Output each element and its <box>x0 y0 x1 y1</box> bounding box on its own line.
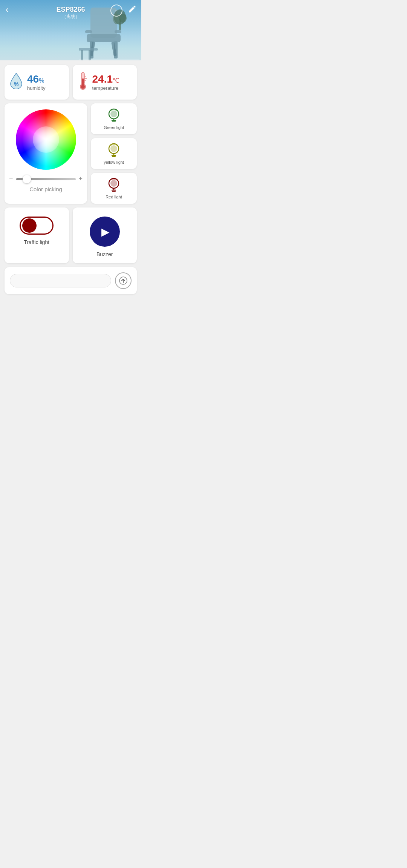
edit-icon <box>128 5 137 14</box>
temperature-icon <box>77 71 89 94</box>
lights-column: Green light yellow light <box>91 103 137 204</box>
brightness-track[interactable] <box>16 178 76 180</box>
color-wheel[interactable] <box>16 109 76 170</box>
humidity-drop-icon: % <box>9 72 23 89</box>
humidity-digits: 46 <box>27 73 39 85</box>
traffic-light-card: Traffic light <box>5 207 69 263</box>
green-light-label: Green light <box>104 125 124 130</box>
brightness-plus-button[interactable]: + <box>79 175 83 183</box>
text-input[interactable] <box>10 274 111 287</box>
humidity-unit: % <box>39 77 44 84</box>
red-light-label: Red light <box>106 195 122 199</box>
yellow-light-label: yellow light <box>104 160 124 164</box>
svg-point-19 <box>81 85 85 89</box>
green-light-icon <box>107 108 121 124</box>
svg-point-25 <box>110 111 117 117</box>
sensor-cards-row: % 46% humidity <box>5 65 137 100</box>
buzzer-label: Buzzer <box>96 251 113 257</box>
svg-rect-7 <box>115 30 121 33</box>
red-light-card[interactable]: Red light <box>91 173 137 204</box>
edit-button[interactable] <box>128 5 137 15</box>
humidity-card: % 46% humidity <box>5 65 69 100</box>
temp-unit: ℃ <box>113 77 119 84</box>
traffic-light-toggle[interactable] <box>20 217 54 235</box>
humidity-number: 46% <box>27 74 45 84</box>
svg-rect-13 <box>81 50 83 60</box>
color-picker-card: − + Color picking <box>5 103 87 204</box>
back-button[interactable]: ‹ <box>6 6 8 14</box>
color-wheel-center <box>33 126 59 153</box>
humidity-value-area: 46% humidity <box>27 74 45 91</box>
upload-button[interactable] <box>115 272 132 289</box>
yellow-light-card[interactable]: yellow light <box>91 138 137 169</box>
yellow-light-icon <box>107 143 121 158</box>
svg-text:%: % <box>14 81 19 87</box>
buzzer-play-button[interactable]: ▶ <box>90 217 120 247</box>
more-button[interactable]: ··· <box>110 5 122 17</box>
controls-row: Traffic light ▶ Buzzer <box>5 207 137 263</box>
green-light-card[interactable]: Green light <box>91 103 137 134</box>
svg-rect-1 <box>87 34 121 42</box>
play-icon: ▶ <box>101 226 110 238</box>
brightness-slider-row: − + <box>9 175 83 183</box>
device-title: ESP8266 <box>56 6 85 14</box>
text-input-card <box>5 267 137 294</box>
color-lights-row: − + Color picking Green light <box>5 103 137 204</box>
temperature-card: 24.1℃ temperature <box>73 65 137 100</box>
svg-point-27 <box>110 145 117 152</box>
traffic-light-label: Traffic light <box>24 239 49 245</box>
svg-rect-14 <box>89 50 91 60</box>
svg-point-29 <box>110 180 117 187</box>
humidity-label: humidity <box>27 85 45 91</box>
svg-rect-20 <box>82 78 84 85</box>
buzzer-card: ▶ Buzzer <box>73 207 137 263</box>
red-light-icon <box>107 177 121 193</box>
brightness-minus-button[interactable]: − <box>9 175 13 183</box>
temperature-number: 24.1℃ <box>92 74 120 84</box>
toggle-knob <box>22 218 37 233</box>
svg-rect-6 <box>85 30 92 33</box>
temp-digits: 24.1 <box>92 73 113 85</box>
device-status: （离线） <box>56 14 85 20</box>
main-content: % 46% humidity <box>0 60 141 303</box>
header: ‹ ESP8266 （离线） ··· <box>0 0 141 60</box>
brightness-thumb[interactable] <box>23 175 31 183</box>
temperature-value-area: 24.1℃ temperature <box>92 74 120 91</box>
more-icon: ··· <box>115 8 118 13</box>
thermometer-icon <box>77 71 89 91</box>
temperature-label: temperature <box>92 85 120 91</box>
color-picker-label: Color picking <box>29 186 62 192</box>
humidity-icon: % <box>9 72 23 92</box>
header-title-area: ESP8266 （离线） <box>56 6 85 20</box>
upload-icon <box>119 277 127 285</box>
